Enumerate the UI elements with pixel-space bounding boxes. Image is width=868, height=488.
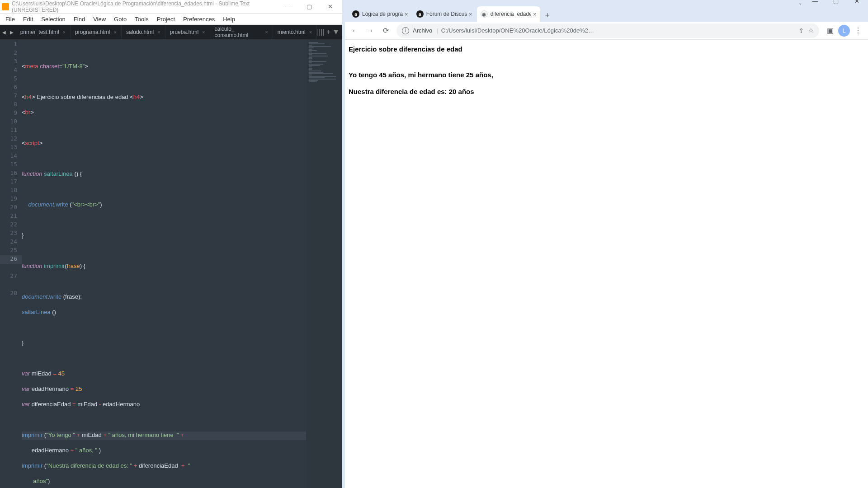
editor-tab[interactable]: saludo.html×	[122, 26, 165, 38]
tab-label: Lógica de progra	[362, 11, 403, 17]
tab-label: prueba.html	[170, 29, 198, 35]
address-bar[interactable]: i Archivo | C:/Users/luisi/Desktop/ONE%2…	[396, 23, 819, 38]
editor-tab[interactable]: primer_test.html×	[16, 26, 71, 38]
favicon-icon: a	[416, 10, 424, 18]
tab-close-icon[interactable]: ×	[113, 29, 116, 35]
sublime-app-icon	[2, 3, 9, 10]
tab-label: primer_test.html	[20, 29, 59, 35]
menu-help[interactable]: Help	[219, 15, 239, 23]
tab-close-icon[interactable]: ×	[309, 29, 312, 35]
side-panel-icon[interactable]: ▣	[823, 23, 837, 38]
profile-avatar[interactable]: L	[838, 25, 850, 37]
minimap[interactable]	[306, 39, 342, 488]
line-gutter: 1234567891011121314151617181920212223242…	[0, 39, 22, 488]
tab-label: miento.html	[278, 29, 306, 35]
menu-file[interactable]: File	[2, 15, 19, 23]
editor-tab[interactable]: miento.html×	[273, 26, 317, 38]
chrome-toolbar: ← → ⟳ i Archivo | C:/Users/luisi/Desktop…	[345, 22, 868, 40]
tab-close-icon[interactable]: ×	[469, 11, 472, 18]
maximize-button[interactable]: ▢	[299, 0, 320, 14]
menu-selection[interactable]: Selection	[38, 15, 69, 23]
site-info-icon[interactable]: i	[402, 27, 409, 34]
menu-edit[interactable]: Edit	[19, 15, 37, 23]
browser-tab-active[interactable]: ◉diferencia_edade×	[477, 6, 540, 22]
tab-menu-icon[interactable]: ▼	[332, 28, 340, 36]
tab-close-icon[interactable]: ×	[157, 29, 160, 35]
forward-button[interactable]: →	[363, 23, 377, 38]
tab-close-icon[interactable]: ×	[405, 11, 408, 18]
tab-close-icon[interactable]: ×	[63, 29, 66, 35]
tab-close-icon[interactable]: ×	[533, 11, 537, 18]
page-content: Ejercicio sobre diferencias de edad Yo t…	[345, 40, 868, 488]
tab-label: programa.html	[75, 29, 110, 35]
back-button[interactable]: ←	[348, 23, 362, 38]
sublime-titlebar[interactable]: C:\Users\luisi\Desktop\ONE Oracle\Lógica…	[0, 0, 342, 14]
url-separator: |	[437, 27, 438, 34]
chrome-titlebar[interactable]: ⌄ — ▢ ✕	[345, 0, 868, 5]
menu-view[interactable]: View	[90, 15, 109, 23]
output-line-2: Nuestra diferencia de edad es: 20 años	[349, 88, 864, 95]
url-scheme: Archivo	[413, 27, 432, 34]
chrome-window: ⌄ — ▢ ✕ aLógica de progra× aFórum de Dis…	[345, 0, 868, 488]
tab-close-icon[interactable]: ×	[265, 29, 268, 35]
sublime-title: C:\Users\luisi\Desktop\ONE Oracle\Lógica…	[12, 0, 278, 13]
tab-label: Fórum de Discus	[426, 11, 467, 17]
tab-label: calculo_ consumo.html	[215, 26, 262, 38]
url-path: C:/Users/luisi/Desktop/ONE%20Oracle/Lógi…	[441, 27, 795, 34]
chrome-caret-icon[interactable]: ⌄	[796, 0, 805, 5]
share-icon[interactable]: ⇪	[799, 27, 804, 34]
menu-find[interactable]: Find	[70, 15, 89, 23]
tab-label: saludo.html	[126, 29, 154, 35]
tab-close-icon[interactable]: ×	[202, 29, 205, 35]
tab-scroll-icon[interactable]: ||||	[317, 28, 325, 36]
sublime-window: C:\Users\luisi\Desktop\ONE Oracle\Lógica…	[0, 0, 342, 488]
editor-tab[interactable]: prueba.html×	[165, 26, 210, 38]
output-line-1: Yo tengo 45 años, mi hermano tiene 25 añ…	[349, 71, 864, 79]
tab-add-icon[interactable]: +	[326, 28, 330, 36]
favicon-icon: a	[352, 10, 359, 18]
sublime-menubar: File Edit Selection Find View Goto Tools…	[0, 14, 342, 25]
tab-label: diferencia_edade	[491, 11, 531, 17]
bookmark-icon[interactable]: ☆	[808, 27, 814, 34]
close-button[interactable]: ✕	[320, 0, 340, 14]
reload-button[interactable]: ⟳	[378, 23, 393, 38]
menu-goto[interactable]: Goto	[110, 15, 130, 23]
code-content[interactable]: <meta charset="UTM-8"> <h4> Ejercicio so…	[22, 39, 306, 488]
browser-tab[interactable]: aFórum de Discus×	[413, 6, 476, 22]
editor-area[interactable]: 1234567891011121314151617181920212223242…	[0, 39, 342, 488]
sublime-tabbar: ◀ ▶ primer_test.html× programa.html× sal…	[0, 25, 342, 39]
menu-preferences[interactable]: Preferences	[179, 15, 218, 23]
tab-next-icon[interactable]: ▶	[8, 30, 15, 35]
page-heading: Ejercicio sobre diferencias de edad	[349, 45, 864, 53]
tab-prev-icon[interactable]: ◀	[0, 30, 8, 35]
editor-tab[interactable]: programa.html×	[71, 26, 122, 38]
favicon-icon: ◉	[481, 10, 488, 18]
browser-tab[interactable]: aLógica de progra×	[349, 6, 412, 22]
new-tab-button[interactable]: +	[541, 9, 554, 22]
editor-tab[interactable]: calculo_ consumo.html×	[210, 26, 273, 38]
chrome-menu-icon[interactable]: ⋮	[851, 23, 865, 38]
menu-tools[interactable]: Tools	[131, 15, 152, 23]
minimize-button[interactable]: —	[278, 0, 299, 14]
menu-project[interactable]: Project	[153, 15, 179, 23]
chrome-tabstrip: aLógica de progra× aFórum de Discus× ◉di…	[345, 5, 868, 22]
